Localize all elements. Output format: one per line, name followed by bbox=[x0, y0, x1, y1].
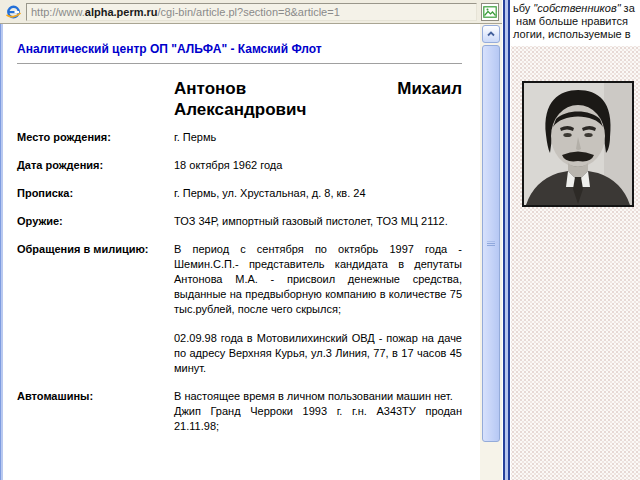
police-report-paragraph: 02.09.98 года в Мотовилихинский ОВД - по… bbox=[174, 331, 462, 376]
person-firstname: Михаил bbox=[397, 78, 462, 99]
field-row-cars: Автомашины: В настоящее время в личном п… bbox=[17, 389, 462, 434]
field-label: Автомашины: bbox=[17, 389, 174, 434]
background-text-line: нам больше нравится bbox=[513, 15, 635, 28]
field-label: Прописка: bbox=[17, 186, 174, 201]
field-row-registration: Прописка: г. Пермь, ул. Хрустальная, д. … bbox=[17, 186, 462, 201]
field-label: Место рождения: bbox=[17, 130, 174, 145]
site-title-link[interactable]: Аналитический центр ОП "АЛЬФА" bbox=[17, 42, 227, 56]
picture-icon bbox=[483, 6, 497, 18]
horizontal-rule bbox=[17, 63, 462, 64]
field-row-police-reports: Обращения в милицию: В период с сентября… bbox=[17, 242, 462, 376]
cars-paragraph: В настоящее время в личном пользовании м… bbox=[174, 389, 462, 404]
url-domain: alpha.perm.ru bbox=[85, 6, 158, 18]
person-name: Антонов Михаил Александрович bbox=[174, 78, 462, 120]
field-value: ТОЗ 34Р, импортный газовый пистолет, ТОЗ… bbox=[174, 214, 462, 229]
section-title-link[interactable]: Камский Флот bbox=[238, 42, 322, 56]
police-report-paragraph: В период с сентября по октябрь 1997 года… bbox=[174, 242, 462, 317]
scrollbar-track[interactable] bbox=[480, 24, 502, 480]
breadcrumb: Аналитический центр ОП "АЛЬФА" - Камский… bbox=[17, 42, 462, 56]
address-bar: http://www.alpha.perm.ru/cgi-bin/article… bbox=[0, 0, 502, 24]
field-value: В период с сентября по октябрь 1997 года… bbox=[174, 242, 462, 376]
portrait-photo bbox=[522, 81, 634, 207]
cars-paragraph: Джип Гранд Черроки 1993 г. г.н. А343ТУ п… bbox=[174, 404, 462, 434]
chevron-up-icon bbox=[485, 28, 497, 40]
field-label: Оружие: bbox=[17, 214, 174, 229]
person-surname: Антонов bbox=[174, 78, 246, 99]
field-value: г. Пермь bbox=[174, 130, 462, 145]
field-value: г. Пермь, ул. Хрустальная, д. 8, кв. 24 bbox=[174, 186, 462, 201]
article-panel: Аналитический центр ОП "АЛЬФА" - Камский… bbox=[3, 25, 480, 480]
url-input[interactable]: http://www.alpha.perm.ru/cgi-bin/article… bbox=[26, 3, 477, 21]
ie-logo-icon bbox=[5, 3, 22, 20]
url-prefix: http://www. bbox=[31, 6, 85, 18]
scrollbar-thumb[interactable] bbox=[482, 45, 500, 442]
frame-divider bbox=[502, 0, 511, 480]
scroll-up-button[interactable] bbox=[482, 25, 500, 43]
field-row-weapons: Оружие: ТОЗ 34Р, импортный газовый писто… bbox=[17, 214, 462, 229]
field-label: Дата рождения: bbox=[17, 158, 174, 173]
field-value: В настоящее время в личном пользовании м… bbox=[174, 389, 462, 434]
breadcrumb-separator: - bbox=[227, 42, 238, 56]
person-patronymic: Александрович bbox=[174, 99, 462, 120]
grip-lines-icon bbox=[487, 241, 495, 246]
page-texture bbox=[511, 46, 640, 480]
url-path: /cgi-bin/article.pl?section=8&article=1 bbox=[158, 6, 340, 18]
background-text-line: логии, используемые в bbox=[513, 28, 635, 41]
field-row-birthdate: Дата рождения: 18 октября 1962 года bbox=[17, 158, 462, 173]
background-page-text: ьбу "собственников" за нам больше нравит… bbox=[513, 2, 635, 41]
picture-button[interactable] bbox=[481, 3, 499, 21]
field-row-birthplace: Место рождения: г. Пермь bbox=[17, 130, 462, 145]
background-page: ьбу "собственников" за нам больше нравит… bbox=[511, 0, 640, 480]
browser-popup-window: http://www.alpha.perm.ru/cgi-bin/article… bbox=[0, 0, 640, 480]
background-text-line: ьбу "собственников" за bbox=[513, 2, 635, 15]
field-label: Обращения в милицию: bbox=[17, 242, 174, 376]
field-value: 18 октября 1962 года bbox=[174, 158, 462, 173]
